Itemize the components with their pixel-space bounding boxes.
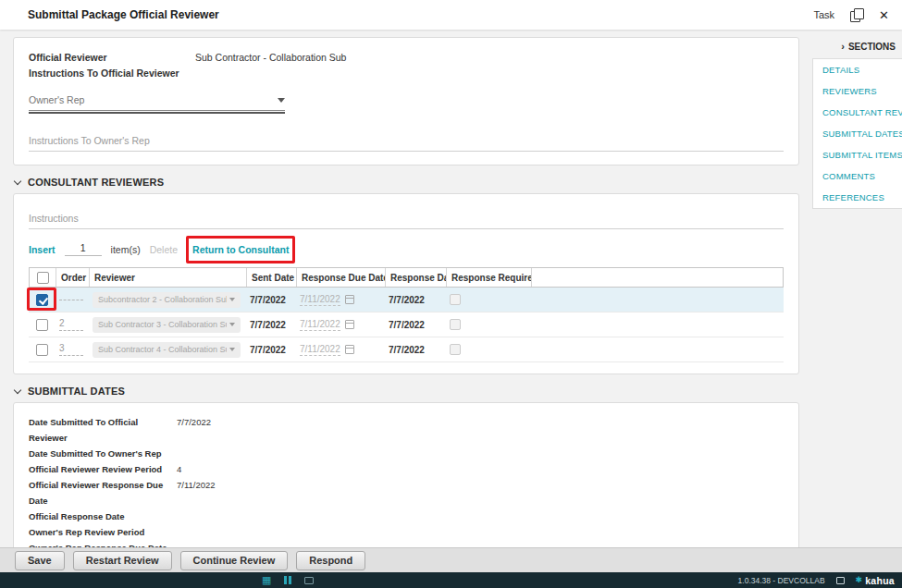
owners-rep-dropdown[interactable]: Owner's Rep <box>29 94 285 111</box>
column-response-due-date: Response Due Date <box>296 268 385 287</box>
return-to-consultant-button[interactable]: Return to Consultant <box>192 244 289 255</box>
title-bar: Submittal Package Official Reviewer Task… <box>0 0 902 30</box>
submittal-dates-section: Date Submitted To Official Reviewer7/7/2… <box>13 402 799 547</box>
submittal-dates-section-header[interactable]: SUBMITTAL DATES <box>15 386 799 397</box>
order-field[interactable]: 2 <box>59 318 83 331</box>
collapse-chevron-icon <box>14 386 21 394</box>
response-due-date-field[interactable]: 7/11/2022 <box>300 344 340 356</box>
owners-rep-placeholder: Owner's Rep <box>29 94 84 105</box>
submittal-dates-title: SUBMITTAL DATES <box>28 386 125 397</box>
chevron-down-icon <box>229 348 235 351</box>
response-required-checkbox[interactable] <box>450 319 461 330</box>
column-reviewer: Reviewer <box>89 268 246 287</box>
response-date-value: 7/7/2022 <box>389 320 425 330</box>
open-in-window-icon[interactable] <box>850 8 863 21</box>
official-reviewer-label: Official Reviewer <box>29 51 195 64</box>
response-required-checkbox[interactable] <box>450 294 461 305</box>
sent-date-value: 7/7/2022 <box>250 345 286 355</box>
row-select-checkbox[interactable] <box>36 319 48 331</box>
row-select-checkbox[interactable] <box>36 344 48 356</box>
os-taskbar: ▦ 1.0.34.38 - DEVCOLLAB ✱ kahua <box>0 572 902 588</box>
chevron-right-icon: › <box>841 43 845 51</box>
calendar-icon[interactable] <box>345 295 354 304</box>
date-value: 7/11/2022 <box>177 477 216 508</box>
sidebar-item-submittal-items[interactable]: SUBMITTAL ITEMS <box>813 144 902 165</box>
order-field[interactable]: 3 <box>59 343 83 356</box>
app-grid-icon[interactable]: ▦ <box>262 575 271 585</box>
sidebar-item-references[interactable]: REFERENCES <box>813 187 902 208</box>
select-all-checkbox[interactable] <box>37 272 49 284</box>
reviewer-dropdown[interactable]: Subcontractor 2 - Collaboration Sub <box>93 292 241 308</box>
official-reviewer-value: Sub Contractor - Collaboration Sub <box>195 51 346 64</box>
respond-button[interactable]: Respond <box>296 551 365 570</box>
chevron-down-icon <box>229 323 235 326</box>
sent-date-value: 7/7/2022 <box>250 295 286 305</box>
window-icon[interactable] <box>836 577 845 584</box>
kahua-logo: ✱ kahua <box>856 575 895 586</box>
date-label: Official Reviewer Response Due Date <box>29 477 177 508</box>
items-label: item(s) <box>111 244 141 255</box>
sidebar-item-comments[interactable]: COMMENTS <box>813 165 902 187</box>
calendar-icon[interactable] <box>345 345 354 354</box>
date-label: Date Submitted To Official Reviewer <box>29 414 177 446</box>
sidebar-item-details[interactable]: DETAILS <box>813 59 902 80</box>
row-select-checkbox[interactable] <box>36 294 48 306</box>
consultant-instructions-input[interactable]: Instructions <box>29 213 784 229</box>
response-due-date-field[interactable]: 7/11/2022 <box>300 294 340 306</box>
collapse-chevron-icon <box>14 178 21 185</box>
pause-icon[interactable] <box>284 576 291 584</box>
sidebar-item-consultant-reviewers[interactable]: CONSULTANT REVIEW... <box>813 102 902 123</box>
details-section: Official Reviewer Sub Contractor - Colla… <box>13 37 799 165</box>
consultant-reviewers-section: Instructions Insert item(s) Delete Retur… <box>13 193 799 374</box>
monitor-icon[interactable] <box>304 577 314 584</box>
page-title: Submittal Package Official Reviewer <box>28 8 219 21</box>
delete-button[interactable]: Delete <box>150 244 178 255</box>
app-window: Submittal Package Official Reviewer Task… <box>0 0 902 588</box>
response-date-value: 7/7/2022 <box>389 345 425 355</box>
response-required-checkbox[interactable] <box>450 344 461 355</box>
content-area: Official Reviewer Sub Contractor - Colla… <box>0 30 902 547</box>
reviewer-dropdown[interactable]: Sub Contractor 4 - Collaboration Sub 4 <box>93 342 241 358</box>
reviewers-table: Order Reviewer Sent Date Response Due Da… <box>29 267 784 362</box>
sections-sidebar: › SECTIONS DETAILS REVIEWERS CONSULTANT … <box>812 30 902 209</box>
restart-review-button[interactable]: Restart Review <box>73 551 172 570</box>
instructions-owners-rep-input[interactable]: Instructions To Owner's Rep <box>29 135 784 152</box>
order-field[interactable] <box>59 299 83 300</box>
continue-review-button[interactable]: Continue Review <box>180 551 289 570</box>
task-label: Task <box>813 9 834 20</box>
date-value: 4 <box>177 461 181 477</box>
close-icon[interactable]: ✕ <box>879 9 889 21</box>
reviewers-toolbar: Insert item(s) Delete Return to Consulta… <box>29 242 784 256</box>
instructions-official-reviewer-label: Instructions To Official Reviewer <box>29 67 784 80</box>
table-row[interactable]: 2 Sub Contractor 3 - Collaboration Sub 3… <box>29 312 784 337</box>
table-row[interactable]: 3 Sub Contractor 4 - Collaboration Sub 4… <box>29 337 784 362</box>
date-label: Official Reviewer Review Period <box>29 461 177 477</box>
chevron-down-icon <box>229 298 235 301</box>
date-label: Date Submitted To Owner's Rep <box>29 446 177 461</box>
table-header-row: Order Reviewer Sent Date Response Due Da… <box>29 267 784 288</box>
column-response-required: Response Required <box>446 268 531 287</box>
chevron-down-icon <box>278 98 285 103</box>
date-value: 7/7/2022 <box>177 414 211 446</box>
sidebar-item-reviewers[interactable]: REVIEWERS <box>813 80 902 102</box>
sent-date-value: 7/7/2022 <box>250 320 286 330</box>
save-button[interactable]: Save <box>15 551 65 570</box>
insert-button[interactable]: Insert <box>29 244 56 255</box>
sections-nav-panel: DETAILS REVIEWERS CONSULTANT REVIEW... S… <box>812 58 902 209</box>
calendar-icon[interactable] <box>345 320 354 329</box>
response-date-value: 7/7/2022 <box>389 295 425 305</box>
date-label: Owner's Rep Review Period <box>29 524 177 540</box>
column-sent-date: Sent Date <box>246 268 296 287</box>
consultant-reviewers-section-header[interactable]: CONSULTANT REVIEWERS <box>15 177 799 188</box>
reviewer-dropdown[interactable]: Sub Contractor 3 - Collaboration Sub 3 <box>93 317 241 333</box>
table-row[interactable]: Subcontractor 2 - Collaboration Sub 7/7/… <box>29 288 784 312</box>
sections-header[interactable]: › SECTIONS <box>812 30 902 52</box>
action-bar: Save Restart Review Continue Review Resp… <box>0 547 902 572</box>
column-order: Order <box>56 268 89 287</box>
sidebar-item-submittal-dates[interactable]: SUBMITTAL DATES <box>813 123 902 144</box>
version-text: 1.0.34.38 - DEVCOLLAB <box>738 576 825 585</box>
consultant-reviewers-title: CONSULTANT REVIEWERS <box>28 177 164 188</box>
date-label: Owner's Rep Response Due Date <box>29 540 177 547</box>
response-due-date-field[interactable]: 7/11/2022 <box>300 319 340 331</box>
insert-count-input[interactable] <box>65 242 102 256</box>
